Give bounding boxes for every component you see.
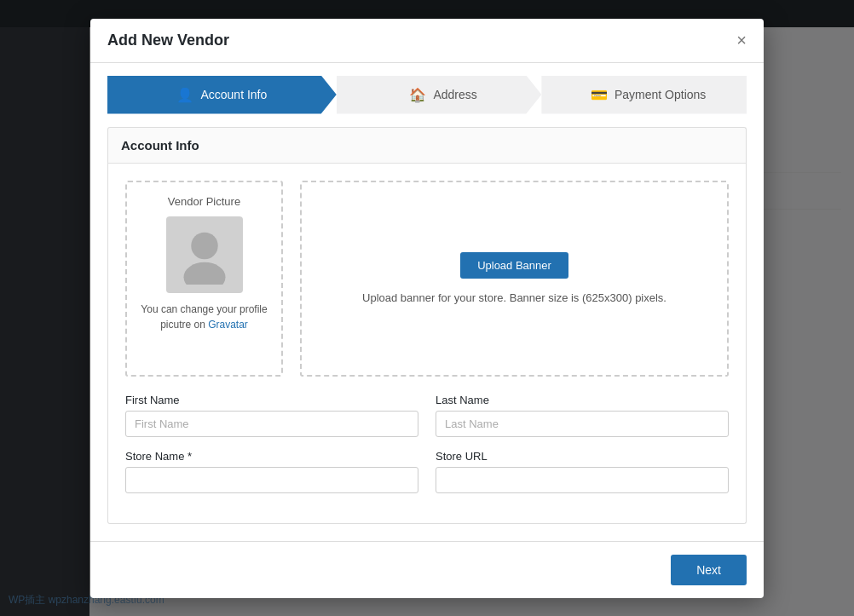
modal-overlay: Add New Vendor × 👤 Account Info 🏠 Addres… xyxy=(0,0,854,616)
close-button[interactable]: × xyxy=(736,32,747,49)
modal-header: Add New Vendor × xyxy=(90,19,764,63)
section-title: Account Info xyxy=(107,127,747,164)
store-url-input[interactable] xyxy=(436,467,729,493)
add-vendor-modal: Add New Vendor × 👤 Account Info 🏠 Addres… xyxy=(90,19,764,598)
step-payment-options[interactable]: 💳 Payment Options xyxy=(541,76,747,114)
modal-body: Account Info Vendor Picture xyxy=(90,127,764,541)
modal-title: Add New Vendor xyxy=(107,32,229,49)
payment-icon: 💳 xyxy=(591,87,608,103)
svg-point-1 xyxy=(183,262,225,284)
address-icon: 🏠 xyxy=(409,87,426,103)
step-address[interactable]: 🏠 Address xyxy=(337,76,542,114)
steps-bar: 👤 Account Info 🏠 Address 💳 Payment Optio… xyxy=(107,76,747,114)
upload-row: Vendor Picture You can change your profi… xyxy=(125,181,729,377)
name-fields-row: First Name Last Name xyxy=(125,394,729,437)
first-name-group: First Name xyxy=(125,394,418,437)
store-name-label: Store Name * xyxy=(125,450,418,463)
modal-footer: Next xyxy=(90,541,764,598)
step-payment-label: Payment Options xyxy=(615,88,706,101)
section-body: Vendor Picture You can change your profi… xyxy=(107,164,747,524)
store-url-group: Store URL xyxy=(436,450,729,493)
store-name-input[interactable] xyxy=(125,467,418,493)
first-name-input[interactable] xyxy=(125,411,418,437)
last-name-input[interactable] xyxy=(436,411,729,437)
store-fields-row: Store Name * Store URL xyxy=(125,450,729,493)
vendor-picture-helper: You can change your profile picutre on G… xyxy=(140,302,268,332)
banner-upload-box: Upload Banner Upload banner for your sto… xyxy=(300,181,729,377)
default-avatar-icon xyxy=(175,225,234,285)
last-name-label: Last Name xyxy=(436,394,729,406)
upload-banner-button[interactable]: Upload Banner xyxy=(460,252,568,279)
next-button[interactable]: Next xyxy=(671,555,747,585)
step-account-info[interactable]: 👤 Account Info xyxy=(107,76,337,114)
step-account-info-label: Account Info xyxy=(200,88,267,101)
svg-point-0 xyxy=(191,232,218,259)
vendor-picture-label: Vendor Picture xyxy=(168,195,240,208)
store-url-label: Store URL xyxy=(436,450,729,463)
step-address-label: Address xyxy=(433,88,476,101)
store-name-group: Store Name * xyxy=(125,450,418,493)
account-info-icon: 👤 xyxy=(176,87,193,103)
first-name-label: First Name xyxy=(125,394,418,406)
vendor-picture-box: Vendor Picture You can change your profi… xyxy=(125,181,283,377)
gravatar-link[interactable]: Gravatar xyxy=(208,319,248,331)
last-name-group: Last Name xyxy=(436,394,729,437)
banner-hint: Upload banner for your store. Banner siz… xyxy=(362,291,666,304)
avatar-placeholder xyxy=(166,216,243,293)
